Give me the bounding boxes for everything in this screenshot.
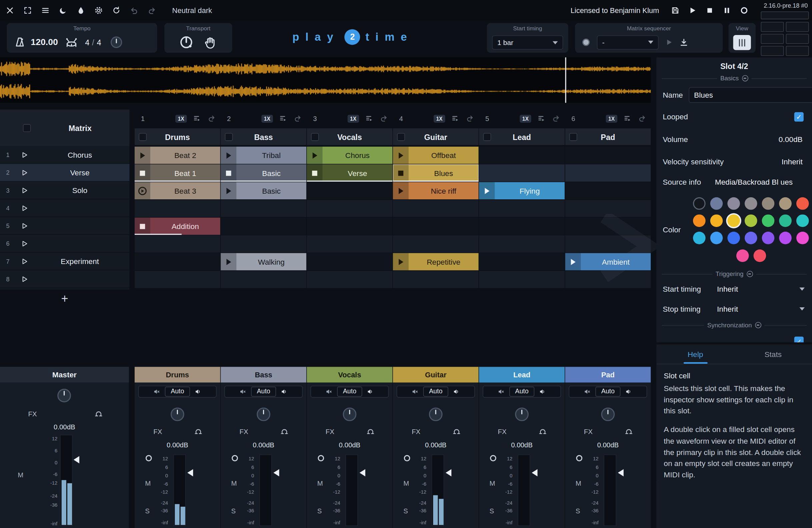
scene-play-button[interactable] [19,255,30,267]
track-checkbox[interactable] [569,133,577,140]
speaker-icon[interactable] [281,388,287,395]
speaker-muted-icon[interactable] [412,388,418,395]
slot-cell-empty[interactable] [479,147,565,164]
arrange-icon[interactable] [624,114,632,123]
playhead-marker[interactable] [565,57,566,103]
slot-cell-empty[interactable] [479,200,565,217]
slot-cell-empty[interactable] [565,147,651,164]
start-timing-dropdown[interactable]: 1 bar [492,35,563,49]
scene-play-button[interactable] [19,238,30,249]
slot-clip[interactable]: Basic [221,164,306,182]
repeat-count-badge[interactable]: 1X [261,115,273,122]
mute-label[interactable]: M [576,480,581,487]
triggering-section-header[interactable]: Triggering [662,270,807,278]
mixer-track-header[interactable]: Bass [221,367,306,383]
routing-icon[interactable] [194,427,202,436]
scene-row[interactable]: 8 [0,270,129,288]
scene-row[interactable]: 3Solo [0,182,129,199]
redo-icon[interactable] [552,114,560,123]
color-swatch[interactable] [779,232,792,244]
mixer-track-header[interactable]: Guitar [393,367,479,383]
fader-handle[interactable] [532,469,537,476]
undo-icon[interactable] [129,6,139,15]
play-icon[interactable] [393,182,409,199]
tab-help[interactable]: Help [656,344,734,364]
scene-play-button[interactable] [19,184,30,196]
slot-cell-empty[interactable] [565,182,651,199]
stop-icon[interactable] [307,164,323,182]
scene-row[interactable]: 7Experiment [0,253,129,270]
color-swatch[interactable] [710,214,723,227]
auto-button[interactable]: Auto [423,387,448,397]
synchronization-section-header[interactable]: Synchronization [662,321,807,329]
routing-icon[interactable] [539,427,547,436]
play-circle-icon[interactable] [135,182,150,199]
master-volume-knob[interactable] [57,389,71,402]
solo-label[interactable]: S [403,507,408,515]
play-icon[interactable] [221,253,236,270]
play-icon[interactable] [221,182,236,199]
slot-clip[interactable]: Nice riff [393,182,479,199]
scene-row[interactable]: 2Verse [0,164,129,182]
fader-handle[interactable] [187,469,193,476]
scene-row[interactable]: 5 [0,217,129,235]
play-icon[interactable] [307,147,323,164]
record-dot-icon[interactable] [581,38,591,47]
slot-clip[interactable]: Beat 2 [135,147,220,164]
bpm-value[interactable]: 120.00 [31,37,58,47]
fader-handle[interactable] [273,469,279,476]
tab-stats[interactable]: Stats [734,344,812,364]
slot-cell-empty[interactable] [221,200,306,217]
slot-cell-empty[interactable] [479,235,565,253]
mute-label[interactable]: M [145,480,151,487]
mixer-track-header[interactable]: Vocals [307,367,393,383]
auto-control[interactable]: Auto [310,386,389,398]
arrange-icon[interactable] [365,114,374,123]
mute-label[interactable]: M [317,480,323,487]
slot-cell-empty[interactable] [565,200,651,217]
volume-value[interactable]: 0.00dB [779,135,803,143]
slot-cell-empty[interactable] [393,200,479,217]
velocity-value[interactable]: Inherit [782,158,803,166]
speaker-icon[interactable] [367,388,373,395]
slot-clip[interactable]: Beat 1 [135,164,220,182]
moon-icon[interactable] [58,6,68,15]
volume-knob[interactable] [429,408,443,421]
solo-label[interactable]: S [576,507,580,515]
speaker-muted-icon[interactable] [584,388,591,395]
refresh-icon[interactable] [112,6,121,15]
color-swatch[interactable] [745,232,757,244]
color-swatch[interactable] [693,197,706,210]
auto-control[interactable]: Auto [224,386,303,398]
color-swatch[interactable] [727,197,740,210]
repeat-count-badge[interactable]: 1X [347,115,359,122]
play-icon[interactable] [688,6,697,15]
solo-label[interactable]: S [145,507,150,515]
expand-icon[interactable] [23,6,32,15]
auto-button[interactable]: Auto [509,387,534,397]
play-icon[interactable] [393,147,409,164]
matrix-checkbox[interactable] [23,124,31,132]
arrange-icon[interactable] [193,114,201,123]
slot-cell-empty[interactable] [221,271,306,288]
slot-cell-empty[interactable] [565,271,651,288]
auto-button[interactable]: Auto [337,387,362,397]
mixer-track-header[interactable]: Pad [565,367,651,383]
repeat-count-badge[interactable]: 1X [606,115,617,122]
color-swatch[interactable] [762,197,775,210]
slot-cell-empty[interactable] [479,164,565,182]
track-checkbox[interactable] [397,133,405,140]
slot-cell-empty[interactable] [479,271,565,288]
routing-icon[interactable] [280,427,289,436]
master-header[interactable]: Master [0,367,129,383]
speaker-muted-icon[interactable] [498,388,505,395]
arrange-icon[interactable] [279,114,288,123]
slot-clip[interactable]: Verse [307,164,393,182]
scene-play-button[interactable] [19,273,30,285]
color-swatch[interactable] [796,197,809,210]
menu-icon[interactable] [41,6,50,15]
droplet-icon[interactable] [76,6,86,15]
stop-icon[interactable] [393,164,409,182]
slot-cell-empty[interactable] [565,218,651,235]
time-signature[interactable]: 4/4 [85,38,101,47]
